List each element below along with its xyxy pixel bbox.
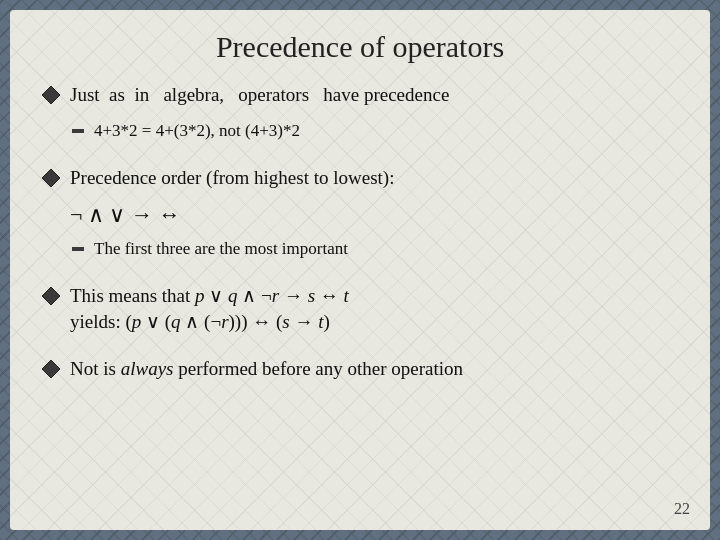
bullet-icon-2 xyxy=(40,167,62,189)
bullet-item-2: Precedence order (from highest to lowest… xyxy=(40,165,680,191)
sub-bullet-icon-1 xyxy=(70,123,86,139)
slide: Precedence of operators Just as in algeb… xyxy=(10,10,710,530)
operators-line: ¬ ∧ ∨ → ↔ xyxy=(70,202,680,228)
bullet-item-3: This means that p ∨ q ∧ ¬r → s ↔ t yield… xyxy=(40,283,680,334)
svg-marker-5 xyxy=(42,360,60,378)
slide-title: Precedence of operators xyxy=(40,30,680,64)
bullet-icon-4 xyxy=(40,358,62,380)
sub-bullet-icon-ops xyxy=(70,241,86,257)
bullet-text-1: Just as in algebra, operators have prece… xyxy=(70,82,449,108)
svg-marker-0 xyxy=(42,86,60,104)
sub-bullet-text-ops: The first three are the most important xyxy=(94,238,348,261)
bullet-icon-3 xyxy=(40,285,62,307)
bullet-text-3: This means that p ∨ q ∧ ¬r → s ↔ t yield… xyxy=(70,283,349,334)
sub-bullet-operators: The first three are the most important xyxy=(70,238,680,261)
bullet-text-4: Not is always performed before any other… xyxy=(70,356,463,382)
bullet-item-4: Not is always performed before any other… xyxy=(40,356,680,382)
slide-content: Just as in algebra, operators have prece… xyxy=(40,82,680,510)
svg-marker-2 xyxy=(42,169,60,187)
svg-rect-1 xyxy=(72,129,84,133)
svg-rect-3 xyxy=(72,247,84,251)
bullet-item-1: Just as in algebra, operators have prece… xyxy=(40,82,680,108)
page-number: 22 xyxy=(674,500,690,518)
bullet-text-2: Precedence order (from highest to lowest… xyxy=(70,165,394,191)
bullet-icon-1 xyxy=(40,84,62,106)
sub-bullet-1: 4+3*2 = 4+(3*2), not (4+3)*2 xyxy=(70,120,680,143)
svg-marker-4 xyxy=(42,287,60,305)
sub-bullet-text-1: 4+3*2 = 4+(3*2), not (4+3)*2 xyxy=(94,120,300,143)
